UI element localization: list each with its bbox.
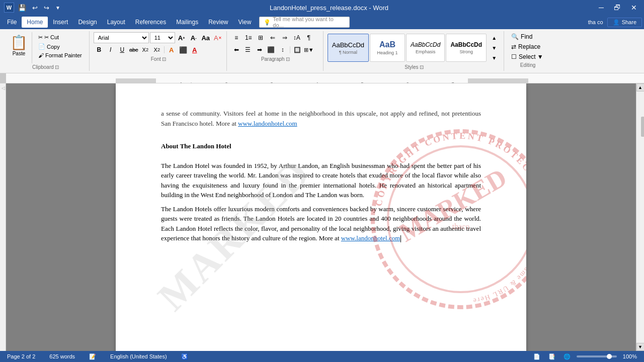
bullets-button[interactable]: ≡ [231,32,242,43]
borders-button[interactable]: ⊞▼ [303,44,314,55]
decrease-indent-button[interactable]: ⇐ [267,32,278,43]
menu-view[interactable]: View [233,17,257,28]
styles-scroll-down-button[interactable]: ▼ [489,43,500,52]
restore-button[interactable]: 🗗 [611,4,624,12]
menu-mailings[interactable]: Mailings [171,17,203,28]
shading-button[interactable]: 🔲 [292,44,303,55]
title-bar-left: W 💾 ↩ ↪ ▼ [4,3,62,13]
clear-formatting-button[interactable]: A✕ [212,32,223,43]
paragraph-label: Paragraph ⊡ [231,56,320,62]
read-mode-button[interactable]: 📄 [531,353,542,360]
doc-page[interactable]: a sense of community. Visitors feel at h… [116,83,526,351]
align-left-button[interactable]: ⬅ [231,44,242,55]
change-case-button[interactable]: Aa [200,32,211,43]
zoom-thumb[interactable] [607,354,612,359]
para-2: The Landon Hotels offer luxurious modern… [161,204,481,243]
style-emphasis[interactable]: AaBbCcDd Emphasis [406,34,445,62]
prev-link[interactable]: www.landonhotel.com [238,120,297,127]
clipboard-expand-icon[interactable]: ⊡ [55,64,59,70]
subscript-button[interactable]: X2 [140,44,151,55]
numbering-button[interactable]: 1≡ [243,32,254,43]
style-heading1[interactable]: AaB Heading 1 [370,34,405,62]
scrollbar-thumb[interactable] [641,117,645,137]
save-button[interactable]: 💾 [16,3,28,13]
styles-scroll-up-button[interactable]: ▲ [489,33,500,42]
clipboard-small-buttons: ✂ ✂ Cut 📄 Copy 🖌 Format Painter [35,32,85,63]
styles-more-button[interactable]: ▼ [489,53,500,62]
menu-layout[interactable]: Layout [102,17,130,28]
ruler: 1 2 3 4 5 6 7 [0,73,644,83]
menu-home[interactable]: Home [22,17,48,28]
clipboard-label: Clipboard ⊡ [6,64,85,70]
select-button[interactable]: ☐ Select ▼ [508,52,546,61]
share-icon: 👤 [613,19,620,26]
font-color-button[interactable]: A [189,44,200,55]
paragraph-expand-icon[interactable]: ⊡ [286,56,290,62]
show-formatting-button[interactable]: ¶ [303,32,314,43]
align-right-button[interactable]: ➡ [254,44,265,55]
font-size-select[interactable]: 11 12 14 16 [150,32,175,43]
find-button[interactable]: 🔍 Find [508,32,546,41]
menu-references[interactable]: References [130,17,171,28]
copy-button[interactable]: 📄 Copy [36,42,62,51]
doc-scroll-area[interactable]: a sense of community. Visitors feel at h… [6,83,636,351]
font-expand-icon[interactable]: ⊡ [162,56,166,62]
styles-expand-icon[interactable]: ⊡ [420,64,424,70]
text-effects-button[interactable]: A [166,44,177,55]
word-icon: W [4,3,14,13]
web-layout-button[interactable]: 🌐 [561,353,573,360]
quick-access-more-button[interactable]: ▼ [53,4,62,12]
highlight-color-button[interactable]: ⬛ [178,44,189,55]
cut-label: ✂ Cut [44,34,59,41]
spellcheck-icon[interactable]: 📝 [87,353,98,360]
print-layout-button[interactable]: 📑 [546,353,557,360]
superscript-button[interactable]: X2 [151,44,163,55]
tell-me-input[interactable]: 💡 Tell me what you want to do... [259,17,350,28]
menu-design[interactable]: Design [73,17,102,28]
justify-button[interactable]: ⬛ [266,44,277,55]
editing-group: 🔍 Find ⇄ Replace ☐ Select ▼ Editing [505,31,550,71]
close-button[interactable]: ✕ [628,4,640,12]
language-info[interactable]: English (United States) [108,353,169,360]
title-bar: W 💾 ↩ ↪ ▼ LandonHotel_press_release.docx… [0,0,644,15]
font-name-row: Arial Times New Roman Calibri 11 12 14 1… [94,32,223,43]
shrink-font-button[interactable]: A- [188,32,199,43]
share-button[interactable]: 👤 Share [607,18,642,27]
line-spacing-button[interactable]: ↕ [277,44,288,55]
format-painter-icon: 🖌 [38,52,44,58]
bold-button[interactable]: B [94,44,105,55]
scroll-up-button[interactable]: ▲ [636,83,645,92]
styles-gallery: AaBbCcDd ¶ Normal AaB Heading 1 AaBbCcDd… [328,32,501,63]
redo-button[interactable]: ↪ [42,3,51,13]
style-emphasis-label: Emphasis [416,49,436,54]
right-scrollbar[interactable]: ▲ ▼ [636,83,644,351]
scroll-down-button[interactable]: ▼ [636,343,645,351]
style-strong[interactable]: AaBbCcDd Strong [446,34,487,62]
word-count[interactable]: 625 words [47,353,77,360]
underline-button[interactable]: U [117,44,128,55]
menu-insert[interactable]: Insert [48,17,73,28]
center-button[interactable]: ☰ [243,44,254,55]
undo-button[interactable]: ↩ [30,3,40,13]
format-painter-button[interactable]: 🖌 Format Painter [36,51,84,59]
cut-button[interactable]: ✂ ✂ Cut [36,33,61,42]
minimize-button[interactable]: ─ [596,4,607,12]
paste-button[interactable]: 📋 Paste [6,32,32,63]
zoom-level[interactable]: 100% [621,353,639,360]
style-normal[interactable]: AaBbCcDd ¶ Normal [328,34,369,62]
font-name-select[interactable]: Arial Times New Roman Calibri [94,32,149,43]
page-info[interactable]: Page 2 of 2 [5,353,37,360]
italic-button[interactable]: I [105,44,116,55]
sort-button[interactable]: ↕A [291,32,302,43]
replace-button[interactable]: ⇄ Replace [508,42,546,51]
multilevel-list-button[interactable]: ⊞ [255,32,266,43]
increase-indent-button[interactable]: ⇒ [279,32,290,43]
menu-file[interactable]: File [2,17,22,28]
grow-font-button[interactable]: A+ [176,32,187,43]
strikethrough-button[interactable]: abc [128,44,139,55]
zoom-slider[interactable] [577,355,617,357]
menu-review[interactable]: Review [203,17,233,28]
font-controls: Arial Times New Roman Calibri 11 12 14 1… [94,32,223,55]
main-link[interactable]: www.landonhotel.com [341,234,400,242]
accessibility-button[interactable]: ♿ [179,353,190,360]
